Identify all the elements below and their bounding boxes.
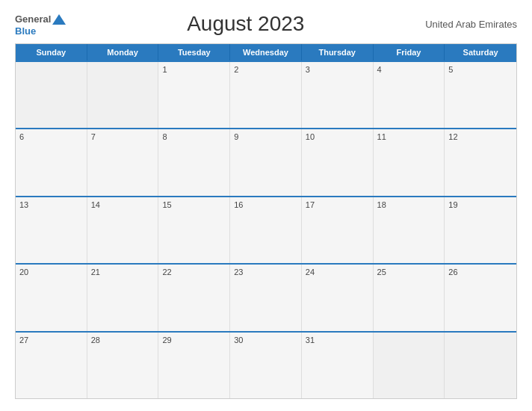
day-cell-23: 23 [230, 265, 302, 330]
day-number-2: 2 [234, 65, 238, 74]
week-row-2: 6789101112 [16, 128, 516, 195]
calendar-page: General Blue August 2023 United Arab Emi… [0, 0, 532, 411]
day-number-18: 18 [377, 200, 386, 209]
day-number-27: 27 [19, 336, 28, 344]
day-cell-empty-4-5 [374, 333, 445, 398]
header: General Blue August 2023 United Arab Emi… [15, 12, 517, 36]
day-cell-10: 10 [302, 129, 374, 195]
day-number-28: 28 [91, 336, 100, 344]
day-number-16: 16 [234, 200, 243, 209]
header-sunday: Sunday [16, 44, 87, 61]
day-cell-28: 28 [87, 333, 159, 398]
header-monday: Monday [87, 44, 159, 61]
day-cell-empty-0-0 [16, 62, 87, 128]
day-cell-14: 14 [87, 197, 159, 263]
logo: General Blue [15, 13, 66, 36]
day-number-20: 20 [19, 268, 28, 276]
day-number-30: 30 [234, 336, 243, 344]
day-number-23: 23 [234, 268, 243, 276]
day-cell-17: 17 [302, 197, 374, 263]
day-number-31: 31 [306, 336, 315, 344]
day-cell-empty-0-1 [87, 62, 159, 128]
day-cell-29: 29 [158, 333, 230, 398]
header-wednesday: Wednesday [230, 44, 302, 61]
day-cell-18: 18 [374, 197, 445, 263]
weeks-container: 1234567891011121314151617181920212223242… [16, 61, 516, 398]
day-number-11: 11 [377, 132, 386, 141]
logo-block: General Blue [15, 13, 66, 36]
day-headers-row: Sunday Monday Tuesday Wednesday Thursday… [16, 44, 516, 61]
month-title: August 2023 [66, 12, 425, 36]
day-cell-5: 5 [445, 62, 516, 128]
day-cell-6: 6 [16, 129, 87, 195]
week-row-4: 20212223242526 [16, 263, 516, 330]
day-number-10: 10 [306, 132, 315, 141]
day-number-29: 29 [162, 336, 171, 344]
day-number-6: 6 [19, 132, 24, 141]
day-cell-16: 16 [230, 197, 302, 263]
logo-general: General [15, 14, 51, 24]
day-cell-3: 3 [302, 62, 374, 128]
day-cell-8: 8 [158, 129, 230, 195]
calendar-grid: Sunday Monday Tuesday Wednesday Thursday… [15, 43, 517, 399]
day-number-25: 25 [377, 268, 386, 276]
day-number-26: 26 [448, 268, 457, 276]
day-cell-22: 22 [158, 265, 230, 330]
day-cell-24: 24 [302, 265, 374, 330]
day-number-12: 12 [448, 132, 457, 141]
day-cell-31: 31 [302, 333, 374, 398]
day-number-17: 17 [306, 200, 315, 209]
day-number-9: 9 [234, 132, 238, 141]
day-number-3: 3 [306, 65, 310, 74]
day-cell-30: 30 [230, 333, 302, 398]
day-cell-7: 7 [87, 129, 159, 195]
day-number-14: 14 [91, 200, 100, 209]
day-cell-20: 20 [16, 265, 87, 330]
day-cell-15: 15 [158, 197, 230, 263]
day-cell-11: 11 [374, 129, 445, 195]
day-cell-21: 21 [87, 265, 159, 330]
day-cell-13: 13 [16, 197, 87, 263]
day-number-8: 8 [162, 132, 167, 141]
logo-triangle-icon [52, 13, 66, 26]
day-cell-12: 12 [445, 129, 516, 195]
week-row-5: 2728293031 [16, 331, 516, 398]
day-number-4: 4 [377, 65, 382, 74]
header-thursday: Thursday [302, 44, 374, 61]
day-cell-empty-4-6 [445, 333, 516, 398]
day-cell-25: 25 [374, 265, 445, 330]
day-number-13: 13 [19, 200, 28, 209]
day-cell-19: 19 [445, 197, 516, 263]
day-cell-1: 1 [158, 62, 230, 128]
day-number-21: 21 [91, 268, 100, 276]
day-cell-4: 4 [374, 62, 445, 128]
week-row-1: 12345 [16, 61, 516, 128]
day-cell-2: 2 [230, 62, 302, 128]
day-number-15: 15 [162, 200, 171, 209]
logo-blue: Blue [15, 26, 66, 36]
day-cell-9: 9 [230, 129, 302, 195]
svg-marker-0 [52, 14, 66, 25]
header-friday: Friday [374, 44, 445, 61]
week-row-3: 13141516171819 [16, 196, 516, 263]
day-cell-26: 26 [445, 265, 516, 330]
day-number-24: 24 [306, 268, 315, 276]
day-number-7: 7 [91, 132, 96, 141]
day-number-19: 19 [448, 200, 457, 209]
header-saturday: Saturday [445, 44, 516, 61]
day-number-5: 5 [448, 65, 453, 74]
day-cell-27: 27 [16, 333, 87, 398]
day-number-22: 22 [162, 268, 171, 276]
day-number-1: 1 [162, 65, 167, 74]
country-label: United Arab Emirates [425, 19, 517, 30]
header-tuesday: Tuesday [158, 44, 230, 61]
